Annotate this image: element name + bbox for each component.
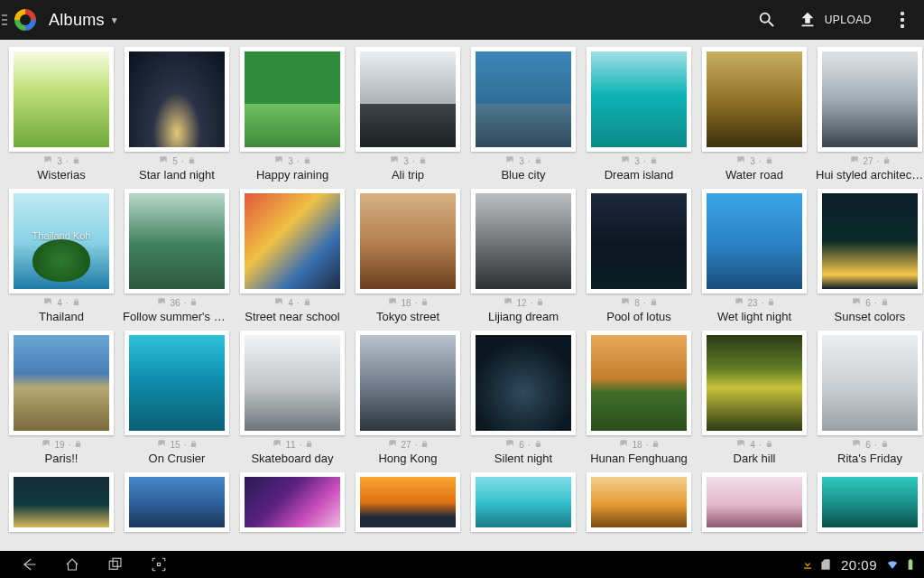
album-title: Wisterias: [7, 168, 116, 182]
album-meta: 15·: [156, 439, 199, 450]
photo-icon: [734, 297, 744, 308]
album-tile[interactable]: 6·Silent night: [469, 331, 578, 465]
album-tile[interactable]: 12·Lijiang dream: [469, 189, 578, 323]
nav-drawer-toggle[interactable]: [0, 0, 11, 40]
nav-screenshot-button[interactable]: [137, 551, 180, 578]
upload-button[interactable]: UPLOAD: [789, 0, 881, 40]
album-tile[interactable]: 18·Tokyo street: [354, 189, 462, 323]
album-grid-scroll[interactable]: 3·Wisterias5·Star land night3·Happy rain…: [0, 40, 924, 551]
upload-label: UPLOAD: [825, 14, 872, 26]
album-thumbnail: [125, 189, 229, 294]
wifi-icon: [886, 558, 899, 571]
album-thumbnail: [471, 189, 576, 294]
album-count: 23: [748, 298, 758, 308]
album-tile[interactable]: 0·: [816, 472, 924, 532]
album-tile[interactable]: 0·: [123, 472, 231, 532]
photo-icon: [849, 155, 860, 166]
lock-icon: [650, 156, 658, 166]
album-meta: 4·: [273, 297, 310, 308]
album-title: Sunset colors: [816, 310, 924, 323]
app-icon[interactable]: [14, 9, 36, 31]
photo-icon: [273, 155, 284, 166]
album-title: Dream island: [585, 168, 693, 182]
album-tile[interactable]: 6·Rita's Friday: [816, 331, 924, 465]
photo-icon: [620, 155, 631, 166]
album-thumbnail: [471, 331, 576, 435]
album-tile[interactable]: 5·Star land night: [123, 47, 231, 182]
album-tile[interactable]: 0·: [585, 472, 693, 532]
action-bar: Albums ▼ UPLOAD: [0, 0, 924, 40]
photo-icon: [618, 439, 629, 450]
back-icon: [20, 556, 38, 573]
album-tile[interactable]: 11·Skateboard day: [238, 331, 346, 465]
overflow-menu-button[interactable]: [881, 0, 924, 40]
album-thumbnail: [125, 331, 229, 435]
album-tile[interactable]: 3·Wisterias: [7, 47, 116, 182]
album-tile[interactable]: 36·Follow summer's mel…: [123, 189, 231, 323]
album-count: 36: [171, 298, 180, 308]
status-tray[interactable]: 20:09: [801, 557, 917, 573]
photo-icon: [735, 155, 746, 166]
lock-icon: [881, 440, 889, 450]
lock-icon: [651, 440, 660, 450]
album-count: 12: [517, 298, 527, 308]
album-tile[interactable]: 0·: [354, 472, 462, 532]
album-tile[interactable]: 23·Wet light night: [700, 189, 808, 323]
svg-rect-2: [158, 564, 161, 566]
album-thumbnail: [702, 472, 807, 532]
album-tile[interactable]: 0·: [700, 472, 808, 532]
download-notification-icon: [801, 558, 814, 571]
lock-icon: [189, 298, 198, 308]
album-tile[interactable]: 0·: [238, 472, 346, 532]
search-button[interactable]: [745, 0, 789, 40]
album-tile[interactable]: 3·Dream island: [585, 47, 693, 182]
album-tile[interactable]: 0·: [7, 472, 116, 532]
album-tile[interactable]: 3·Blue city: [469, 47, 578, 182]
lock-icon: [420, 298, 429, 308]
album-meta: 5·: [158, 155, 195, 166]
album-meta: 3·: [273, 155, 310, 166]
album-thumbnail: [702, 189, 807, 294]
album-tile[interactable]: Thailand Koh Chang4·Thailand: [7, 189, 116, 323]
album-tile[interactable]: 15·On Crusier: [123, 331, 231, 465]
album-title: Hui styled architecture: [816, 168, 924, 182]
album-count: 4: [750, 440, 755, 450]
lock-icon: [419, 156, 427, 166]
photo-icon: [156, 439, 167, 450]
home-icon: [63, 556, 81, 573]
lock-icon: [303, 298, 311, 308]
album-count: 5: [172, 156, 178, 166]
title-spinner-icon[interactable]: ▼: [110, 15, 119, 25]
lock-icon: [536, 298, 544, 308]
album-thumbnail: [587, 472, 691, 532]
photo-icon: [41, 439, 51, 450]
album-tile[interactable]: 4·Dark hill: [700, 331, 808, 465]
album-title: On Crusier: [123, 452, 231, 465]
album-tile[interactable]: 0·: [469, 472, 578, 532]
album-tile[interactable]: 8·Pool of lotus: [585, 189, 693, 323]
album-count: 3: [634, 156, 640, 166]
album-tile[interactable]: 27·Hong Kong: [354, 331, 462, 465]
album-count: 3: [288, 156, 293, 166]
album-tile[interactable]: 27·Hui styled architecture: [816, 47, 924, 182]
photo-icon: [273, 297, 284, 308]
album-title: Silent night: [469, 452, 578, 465]
album-count: 19: [55, 440, 65, 450]
album-thumbnail: [702, 331, 807, 435]
page-title[interactable]: Albums: [49, 11, 105, 30]
nav-back-button[interactable]: [7, 551, 51, 578]
lock-icon: [305, 440, 313, 450]
album-tile[interactable]: 3·Ali trip: [354, 47, 462, 182]
album-tile[interactable]: 3·Happy raining: [238, 47, 346, 182]
album-tile[interactable]: 4·Street near school: [238, 189, 346, 323]
album-title: Ali trip: [354, 168, 462, 182]
album-tile[interactable]: 18·Hunan Fenghuang: [585, 331, 693, 465]
album-tile[interactable]: 3·Water road: [700, 47, 808, 182]
album-tile[interactable]: 19·Paris!!: [7, 331, 116, 465]
nav-recents-button[interactable]: [94, 551, 137, 578]
nav-home-button[interactable]: [51, 551, 94, 578]
album-thumbnail: [587, 331, 691, 435]
album-tile[interactable]: 6·Sunset colors: [816, 189, 924, 323]
svg-rect-3: [804, 568, 811, 569]
album-count: 3: [403, 156, 409, 166]
